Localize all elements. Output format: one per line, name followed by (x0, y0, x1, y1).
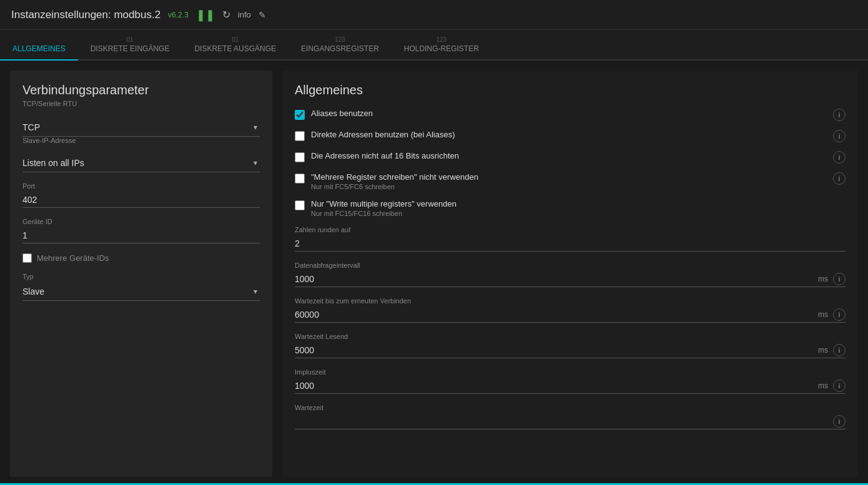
16bits-checkbox[interactable] (295, 152, 305, 162)
datenabfrageintervall-input[interactable] (295, 272, 814, 287)
aliases-label-wrapper: Aliases benutzen (311, 109, 827, 118)
impulszeit-unit: ms (818, 381, 828, 390)
wartezeit-verbinden-label: Wartezeit bis zum erneuten Verbinden (295, 297, 846, 305)
option-mehrere-register: "Mehrere Register schreiben" nicht verwe… (295, 172, 846, 190)
tab-icon-eingangsregister: 123 (301, 36, 379, 43)
port-label: Port (22, 182, 260, 190)
tab-eingangsregister[interactable]: 123 EINGANGSREGISTER (289, 30, 392, 61)
ip-select[interactable]: Listen on all IPs 127.0.0.1 0.0.0.0 (22, 154, 260, 172)
mehrere-register-label-wrapper: "Mehrere Register schreiben" nicht verwe… (311, 172, 827, 190)
edit-icon[interactable]: ✎ (259, 10, 266, 20)
write-multiple-label: Nur "Write multiple registers" verwenden (311, 199, 846, 208)
zahlen-runden-inner (295, 236, 846, 252)
tab-diskrete-eingange[interactable]: 01 DISKRETE EINGÄNGE (78, 30, 182, 61)
datenabfrageintervall-inner: ms i (295, 272, 846, 287)
direkte-adressen-label-wrapper: Direkte Adressen benutzen (bei Aliases) (311, 130, 827, 139)
multi-device-checkbox[interactable] (22, 253, 32, 263)
wartezeit-lesend-inner: ms i (295, 343, 846, 358)
pause-icon[interactable]: ❚❚ (196, 8, 215, 22)
wartezeit-lesend-label: Wartezeit Lesend (295, 333, 846, 340)
direkte-adressen-label: Direkte Adressen benutzen (bei Aliases) (311, 130, 827, 139)
wartezeit-verbinden-input[interactable] (295, 307, 814, 322)
wartezeit-verbinden-inner: ms i (295, 307, 846, 323)
type-select[interactable]: Slave Master (22, 283, 260, 300)
option-direkte-adressen: Direkte Adressen benutzen (bei Aliases) … (295, 130, 846, 142)
tab-icon-diskrete-ausgange: 01 (194, 36, 276, 43)
option-write-multiple: Nur "Write multiple registers" verwenden… (295, 199, 846, 217)
field-wartezeit-verbinden: Wartezeit bis zum erneuten Verbinden ms … (295, 297, 846, 323)
datenabfrageintervall-info-btn[interactable]: i (833, 273, 846, 285)
impulszeit-input[interactable] (295, 378, 814, 393)
wartezeit-input[interactable] (295, 414, 828, 429)
zahlen-runden-label: Zahlen runden auf (295, 226, 846, 233)
16bits-label: Die Adressen nicht auf 16 Bits ausrichte… (311, 151, 827, 160)
field-wartezeit-lesend: Wartezeit Lesend ms i (295, 333, 846, 358)
aliases-label: Aliases benutzen (311, 109, 827, 118)
impulszeit-label: Impluszeit (295, 368, 846, 376)
wartezeit-lesend-info-btn[interactable]: i (833, 344, 846, 356)
protocol-select[interactable]: TCP RTU ASCII (22, 119, 260, 136)
option-aliases: Aliases benutzen i (295, 109, 846, 121)
wartezeit-lesend-unit: ms (818, 346, 828, 355)
tab-icon-holding-register: 123 (404, 36, 479, 43)
protocol-group: TCP RTU ASCII ▾ Slave-IP-Adresse (22, 119, 260, 144)
write-multiple-label-wrapper: Nur "Write multiple registers" verwenden… (311, 199, 846, 217)
field-zahlen-runden: Zahlen runden auf (295, 226, 846, 252)
wartezeit-inner: i (295, 414, 846, 429)
mehrere-register-info-btn[interactable]: i (833, 172, 846, 185)
panel-title: Verbindungsparameter (22, 83, 260, 97)
wartezeit-lesend-input[interactable] (295, 343, 814, 358)
multi-device-row: Mehrere Geräte-IDs (22, 253, 260, 263)
impulszeit-info-btn[interactable]: i (833, 380, 846, 392)
16bits-info-btn[interactable]: i (833, 151, 846, 164)
header: Instanzeinstellungen: modbus.2 v6.2.3 ❚❚… (0, 0, 868, 30)
multi-device-label: Mehrere Geräte-IDs (37, 253, 109, 263)
mehrere-register-label: "Mehrere Register schreiben" nicht verwe… (311, 172, 827, 182)
wartezeit-verbinden-unit: ms (818, 310, 828, 319)
port-input[interactable] (22, 192, 260, 208)
left-panel: Verbindungsparameter TCP/Serielle RTU TC… (10, 71, 272, 477)
field-impulszeit: Impluszeit ms i (295, 368, 846, 394)
field-datenabfrageintervall: Datenabfrageintervall ms i (295, 262, 846, 287)
tab-allgemeines[interactable]: ALLGEMEINES (0, 37, 78, 61)
wartezeit-info-btn[interactable]: i (833, 415, 846, 428)
tab-icon-diskrete-eingange: 01 (91, 36, 170, 43)
tab-holding-register[interactable]: 123 HOLDING-REGISTER (392, 30, 491, 61)
wartezeit-label: Wartezeit (295, 404, 846, 411)
page-title: Instanzeinstellungen: modbus.2 (11, 9, 160, 21)
aliases-info-btn[interactable]: i (833, 109, 846, 121)
datenabfrageintervall-label: Datenabfrageintervall (295, 262, 846, 269)
type-select-wrapper: Slave Master ▾ (22, 283, 260, 301)
tab-bar: ALLGEMEINES 01 DISKRETE EINGÄNGE 01 DISK… (0, 30, 868, 61)
write-multiple-sublabel: Nur mit FC15/FC16 schreiben (311, 210, 846, 217)
device-id-group: Geräte ID (22, 218, 260, 243)
ip-group: Listen on all IPs 127.0.0.1 0.0.0.0 ▾ (22, 154, 260, 172)
wartezeit-verbinden-info-btn[interactable]: i (833, 308, 846, 321)
impulszeit-inner: ms i (295, 378, 846, 394)
direkte-adressen-info-btn[interactable]: i (833, 130, 846, 142)
16bits-label-wrapper: Die Adressen nicht auf 16 Bits ausrichte… (311, 151, 827, 160)
refresh-icon[interactable]: ↻ (222, 9, 230, 21)
main-content: Verbindungsparameter TCP/Serielle RTU TC… (0, 61, 868, 485)
type-group: Typ Slave Master ▾ (22, 273, 260, 301)
slave-ip-label: Slave-IP-Adresse (22, 137, 260, 144)
version-badge: v6.2.3 (168, 11, 189, 19)
mehrere-register-sublabel: Nur mit FC5/FC6 schreiben (311, 183, 827, 190)
protocol-select-wrapper: TCP RTU ASCII ▾ (22, 119, 260, 137)
port-group: Port (22, 182, 260, 208)
info-link[interactable]: info (238, 10, 251, 19)
aliases-checkbox[interactable] (295, 110, 305, 120)
datenabfrageintervall-unit: ms (818, 275, 828, 283)
type-label: Typ (22, 273, 260, 280)
mehrere-register-checkbox[interactable] (295, 174, 305, 184)
tab-diskrete-ausgange[interactable]: 01 DISKRETE AUSGÄNGE (182, 30, 289, 61)
zahlen-runden-input[interactable] (295, 236, 846, 251)
device-id-label: Geräte ID (22, 218, 260, 225)
device-id-input[interactable] (22, 228, 260, 243)
field-wartezeit: Wartezeit i (295, 404, 846, 429)
ip-select-wrapper: Listen on all IPs 127.0.0.1 0.0.0.0 ▾ (22, 154, 260, 172)
write-multiple-checkbox[interactable] (295, 200, 305, 210)
right-panel: Allgemeines Aliases benutzen i Direkte A… (282, 71, 858, 477)
direkte-adressen-checkbox[interactable] (295, 131, 305, 141)
panel-subtitle: TCP/Serielle RTU (22, 100, 260, 107)
